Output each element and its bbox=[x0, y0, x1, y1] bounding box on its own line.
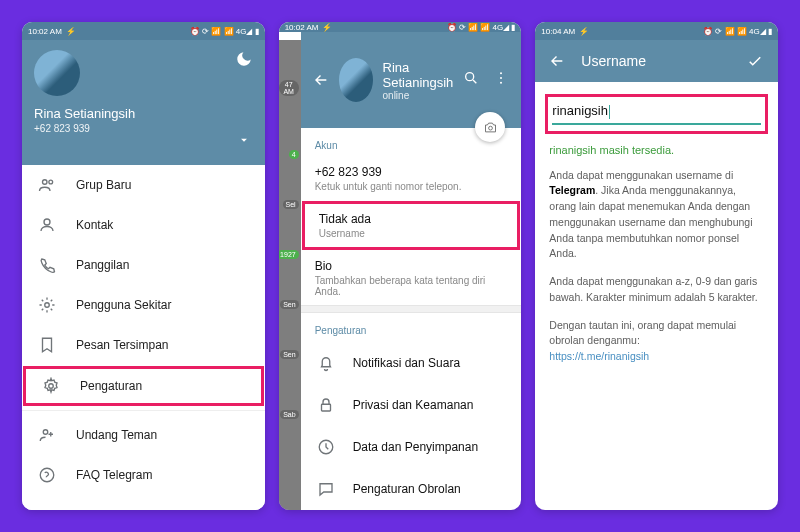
row-username[interactable]: Tidak ada Username bbox=[302, 201, 521, 250]
status-bar: 10:04 AM⚡⏰ ⟳ 📶 📶 4G◢ ▮ bbox=[535, 22, 778, 40]
section-settings: Pengaturan bbox=[301, 313, 522, 342]
separator bbox=[301, 305, 522, 313]
phone-icon bbox=[36, 254, 58, 276]
bell-icon bbox=[315, 352, 337, 374]
username-input-highlight: rinanigsih bbox=[545, 94, 768, 134]
profile-status: online bbox=[383, 90, 454, 101]
dim-overlay: 47 AM 4 Sel 1927 Sen Sen Sab bbox=[279, 40, 301, 510]
status-time: 10:02 AM bbox=[28, 27, 62, 36]
row-bio[interactable]: Bio Tambahkan beberapa kata tentang diri… bbox=[301, 251, 522, 305]
username-input[interactable]: rinanigsih bbox=[552, 103, 761, 125]
row-privacy[interactable]: Privasi dan Keamanan bbox=[301, 384, 522, 426]
gear-icon bbox=[40, 375, 62, 397]
day-label: Sel bbox=[283, 200, 299, 209]
menu-label: Kontak bbox=[76, 218, 113, 232]
lock-icon bbox=[315, 394, 337, 416]
bio-value: Bio bbox=[315, 259, 508, 273]
drawer-header: Rina Setianingsih +62 823 939 bbox=[22, 40, 265, 165]
row-data[interactable]: Data dan Penyimpanan bbox=[301, 426, 522, 468]
username-desc-3: Dengan tautan ini, orang dapat memulai o… bbox=[535, 312, 778, 371]
menu-calls[interactable]: Panggilan bbox=[22, 245, 265, 285]
svg-point-3 bbox=[45, 303, 50, 308]
day-label: Sen bbox=[280, 300, 298, 309]
svg-rect-12 bbox=[321, 404, 330, 411]
menu-label: FAQ Telegram bbox=[76, 468, 152, 482]
profile-name: Rina Setianingsih bbox=[383, 60, 454, 90]
row-label: Data dan Penyimpanan bbox=[353, 440, 478, 454]
back-icon[interactable] bbox=[549, 53, 565, 69]
username-value: Tidak ada bbox=[319, 212, 504, 226]
username-text: rinanigsih bbox=[552, 103, 608, 118]
menu-invite[interactable]: Undang Teman bbox=[22, 415, 265, 455]
drawer-screen: 10:02 AM ⚡ ⏰ ⟳ 📶 📶 4G◢ ▮ Rina Setianings… bbox=[22, 22, 265, 510]
svg-point-1 bbox=[49, 180, 53, 184]
search-icon[interactable] bbox=[463, 70, 479, 90]
confirm-icon[interactable] bbox=[746, 52, 764, 70]
menu-label: Pengguna Sekitar bbox=[76, 298, 171, 312]
row-label: Notifikasi dan Suara bbox=[353, 356, 460, 370]
menu-label: Grup Baru bbox=[76, 178, 131, 192]
row-notifications[interactable]: Notifikasi dan Suara bbox=[301, 342, 522, 384]
svg-point-7 bbox=[466, 73, 474, 81]
status-time: 10:02 AM bbox=[285, 23, 319, 32]
row-label: Pengaturan Obrolan bbox=[353, 482, 461, 496]
invite-icon bbox=[36, 424, 58, 446]
row-chat-settings[interactable]: Pengaturan Obrolan bbox=[301, 468, 522, 510]
status-icons: ⏰ ⟳ 📶 📶 4G◢ ▮ bbox=[447, 23, 516, 32]
bookmark-icon bbox=[36, 334, 58, 356]
username-header: Username bbox=[535, 40, 778, 82]
bio-hint: Tambahkan beberapa kata tentang diri And… bbox=[315, 275, 508, 297]
menu-label: Panggilan bbox=[76, 258, 129, 272]
person-icon bbox=[36, 214, 58, 236]
username-desc-1: Anda dapat menggunakan username di Teleg… bbox=[535, 162, 778, 269]
avatar[interactable] bbox=[34, 50, 80, 96]
svg-point-10 bbox=[500, 82, 502, 84]
page-title: Username bbox=[581, 53, 730, 69]
username-desc-2: Anda dapat menggunakan a-z, 0-9 dan gari… bbox=[535, 268, 778, 312]
profile-header: Rina Setianingsih online bbox=[301, 32, 522, 128]
cursor bbox=[609, 105, 610, 119]
svg-point-2 bbox=[44, 219, 50, 225]
status-time: 10:04 AM bbox=[541, 27, 575, 36]
back-icon[interactable] bbox=[313, 72, 329, 88]
avatar[interactable] bbox=[339, 58, 373, 102]
day-label: Sen bbox=[280, 350, 298, 359]
svg-point-11 bbox=[488, 126, 492, 130]
menu-contacts[interactable]: Kontak bbox=[22, 205, 265, 245]
menu-settings[interactable]: Pengaturan bbox=[23, 366, 264, 406]
settings-screen: 10:02 AM⚡⏰ ⟳ 📶 📶 4G◢ ▮ 47 AM 4 Sel 1927 … bbox=[279, 22, 522, 510]
svg-point-4 bbox=[49, 384, 54, 389]
menu-label: Pesan Tersimpan bbox=[76, 338, 169, 352]
menu-faq[interactable]: FAQ Telegram bbox=[22, 455, 265, 495]
svg-point-9 bbox=[500, 77, 502, 79]
data-icon bbox=[315, 436, 337, 458]
time-label: 47 AM bbox=[279, 80, 299, 96]
username-link[interactable]: https://t.me/rinanigsih bbox=[549, 350, 649, 362]
svg-point-0 bbox=[43, 180, 48, 185]
status-icons: ⏰ ⟳ 📶 📶 4G◢ ▮ bbox=[703, 27, 772, 36]
night-mode-icon[interactable] bbox=[235, 50, 253, 68]
chevron-down-icon[interactable] bbox=[237, 133, 251, 147]
divider bbox=[22, 410, 265, 411]
svg-point-8 bbox=[500, 72, 502, 74]
more-icon[interactable] bbox=[493, 70, 509, 90]
menu-saved[interactable]: Pesan Tersimpan bbox=[22, 325, 265, 365]
group-icon bbox=[36, 174, 58, 196]
svg-point-5 bbox=[43, 430, 48, 435]
username-available: rinanigsih masih tersedia. bbox=[535, 138, 778, 162]
row-phone[interactable]: +62 823 939 Ketuk untuk ganti nomor tele… bbox=[301, 157, 522, 200]
svg-point-6 bbox=[40, 468, 54, 482]
phone-hint: Ketuk untuk ganti nomor telepon. bbox=[315, 181, 508, 192]
unread-badge: 4 bbox=[289, 150, 299, 159]
day-label: Sab bbox=[280, 410, 298, 419]
profile-name: Rina Setianingsih bbox=[34, 106, 253, 121]
menu-label: Pengaturan bbox=[80, 379, 142, 393]
menu-new-group[interactable]: Grup Baru bbox=[22, 165, 265, 205]
status-bar: 10:02 AM ⚡ ⏰ ⟳ 📶 📶 4G◢ ▮ bbox=[22, 22, 265, 40]
chat-icon bbox=[315, 478, 337, 500]
drawer-menu: Grup Baru Kontak Panggilan Pengguna Seki… bbox=[22, 165, 265, 510]
profile-phone: +62 823 939 bbox=[34, 123, 253, 134]
phone-value: +62 823 939 bbox=[315, 165, 508, 179]
row-label: Privasi dan Keamanan bbox=[353, 398, 474, 412]
menu-nearby[interactable]: Pengguna Sekitar bbox=[22, 285, 265, 325]
